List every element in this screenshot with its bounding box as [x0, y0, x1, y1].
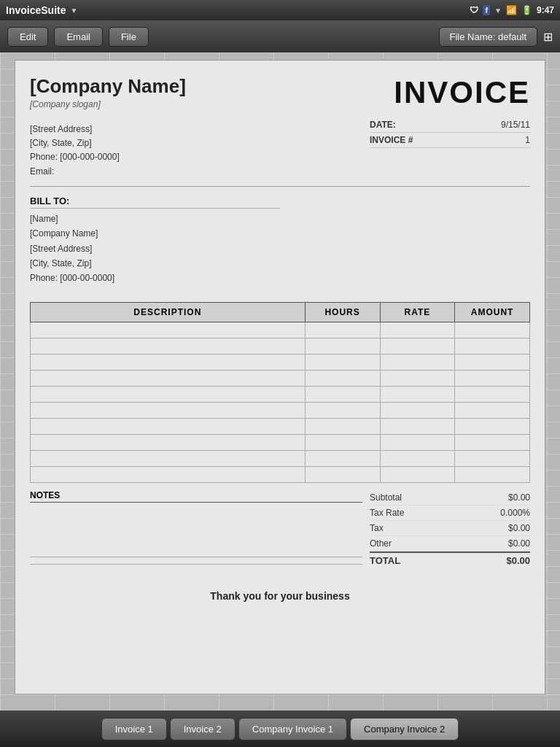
- cell-hours[interactable]: [305, 466, 380, 482]
- cell-hours[interactable]: [305, 338, 380, 354]
- invoice-header: [Company Name] [Company slogan] [Street …: [15, 61, 545, 186]
- bill-to-street[interactable]: [Street Address]: [30, 241, 530, 256]
- cell-desc[interactable]: [31, 386, 306, 402]
- dropdown-icon: ▼: [494, 7, 502, 15]
- cell-rate[interactable]: [380, 354, 455, 370]
- invoice-table: DESCRIPTION HOURS RATE AMOUNT: [30, 302, 530, 483]
- subtotal-label: Subtotal: [370, 492, 402, 503]
- invoice-header-left: [Company Name] [Company slogan] [Street …: [30, 75, 362, 179]
- street-address[interactable]: [Street Address]: [30, 123, 362, 136]
- table-row[interactable]: [31, 402, 530, 418]
- tax-value: $0.00: [508, 523, 530, 533]
- cell-rate[interactable]: [380, 450, 455, 466]
- invoice-meta: DATE: 9/15/11 INVOICE # 1: [370, 117, 530, 148]
- cell-hours[interactable]: [305, 434, 380, 450]
- cell-amount[interactable]: [455, 338, 530, 354]
- cell-hours[interactable]: [305, 354, 380, 370]
- cell-hours[interactable]: [305, 386, 380, 402]
- col-hours: HOURS: [305, 302, 380, 322]
- cell-desc[interactable]: [31, 322, 306, 338]
- battery-icon: 🔋: [521, 5, 532, 15]
- cell-hours[interactable]: [305, 418, 380, 434]
- tax-rate-value[interactable]: 0.000%: [500, 508, 530, 518]
- table-row[interactable]: [31, 434, 530, 450]
- table-row[interactable]: [31, 386, 530, 402]
- email[interactable]: Email:: [30, 165, 362, 179]
- cell-rate[interactable]: [380, 434, 455, 450]
- cell-desc[interactable]: [31, 370, 306, 386]
- shield-icon: [470, 5, 478, 15]
- cell-desc[interactable]: [31, 450, 306, 466]
- bottom-section: NOTES Subtotal $0.00 Tax Rate 0.000% Tax…: [15, 490, 545, 576]
- wifi-icon: 📶: [506, 5, 517, 15]
- tab-invoice2[interactable]: Invoice 2: [170, 718, 236, 740]
- phone[interactable]: Phone: [000-000-0000]: [30, 150, 362, 164]
- subtotal-row: Subtotal $0.00: [370, 490, 530, 506]
- cell-amount[interactable]: [455, 466, 530, 482]
- cell-rate[interactable]: [380, 386, 455, 402]
- table-row[interactable]: [31, 370, 530, 386]
- cell-desc[interactable]: [31, 466, 306, 482]
- cell-amount[interactable]: [455, 370, 530, 386]
- status-bar-left: InvoiceSuite ▼: [6, 4, 77, 16]
- table-row[interactable]: [31, 322, 530, 338]
- table-row[interactable]: [31, 418, 530, 434]
- thank-you: Thank you for your business: [15, 576, 545, 616]
- grid-icon[interactable]: ⊞: [543, 30, 553, 44]
- cell-amount[interactable]: [455, 402, 530, 418]
- cell-desc[interactable]: [31, 354, 306, 370]
- company-slogan[interactable]: [Company slogan]: [30, 99, 362, 109]
- cell-amount[interactable]: [455, 418, 530, 434]
- edit-button[interactable]: Edit: [7, 27, 48, 47]
- other-value[interactable]: $0.00: [508, 538, 530, 549]
- file-button[interactable]: File: [109, 27, 149, 47]
- cell-hours[interactable]: [305, 402, 380, 418]
- cell-rate[interactable]: [380, 402, 455, 418]
- table-row[interactable]: [31, 338, 530, 354]
- invoice-num-label: INVOICE #: [370, 135, 413, 145]
- col-amount: AMOUNT: [455, 302, 530, 322]
- table-row[interactable]: [31, 354, 530, 370]
- cell-hours[interactable]: [305, 450, 380, 466]
- table-row[interactable]: [31, 450, 530, 466]
- tab-invoice1[interactable]: Invoice 1: [101, 718, 167, 740]
- email-button[interactable]: Email: [54, 27, 103, 47]
- cell-desc[interactable]: [31, 418, 306, 434]
- bill-to-city[interactable]: [City, State, Zip]: [30, 256, 530, 271]
- invoice-title: INVOICE: [370, 75, 530, 110]
- bill-to-section: BILL TO: [Name] [Company Name] [Street A…: [15, 187, 545, 295]
- cell-desc[interactable]: [31, 338, 306, 354]
- cell-amount[interactable]: [455, 322, 530, 338]
- tab-company-invoice1[interactable]: Company Invoice 1: [238, 718, 347, 740]
- table-row[interactable]: [31, 466, 530, 482]
- date-value[interactable]: 9/15/11: [501, 120, 530, 130]
- bill-to-company[interactable]: [Company Name]: [30, 226, 530, 241]
- tax-label: Tax: [370, 523, 384, 533]
- cell-amount[interactable]: [455, 354, 530, 370]
- cell-hours[interactable]: [305, 322, 380, 338]
- cell-desc[interactable]: [31, 434, 306, 450]
- cell-rate[interactable]: [380, 338, 455, 354]
- invoice-num-row: INVOICE # 1: [370, 133, 530, 148]
- app-dropdown-icon[interactable]: ▼: [70, 7, 77, 15]
- totals-section: Subtotal $0.00 Tax Rate 0.000% Tax $0.00…: [370, 490, 530, 568]
- total-value: $0.00: [506, 555, 530, 566]
- cell-desc[interactable]: [31, 402, 306, 418]
- cell-amount[interactable]: [455, 450, 530, 466]
- bill-to-name[interactable]: [Name]: [30, 212, 530, 226]
- bill-to-phone[interactable]: Phone: [000-00-0000]: [30, 271, 530, 285]
- invoice-paper: [Company Name] [Company slogan] [Street …: [15, 60, 545, 694]
- company-name[interactable]: [Company Name]: [30, 75, 362, 98]
- tab-company-invoice2[interactable]: Company Invoice 2: [350, 718, 459, 740]
- city-state-zip[interactable]: [City, State, Zip]: [30, 136, 362, 150]
- cell-amount[interactable]: [455, 386, 530, 402]
- cell-hours[interactable]: [305, 370, 380, 386]
- cell-rate[interactable]: [380, 418, 455, 434]
- cell-rate[interactable]: [380, 466, 455, 482]
- invoice-num-value[interactable]: 1: [525, 135, 530, 145]
- cell-rate[interactable]: [380, 322, 455, 338]
- file-name-display: File Name: default: [439, 27, 538, 47]
- cell-amount[interactable]: [455, 434, 530, 450]
- cell-rate[interactable]: [380, 370, 455, 386]
- notes-input[interactable]: [30, 506, 362, 557]
